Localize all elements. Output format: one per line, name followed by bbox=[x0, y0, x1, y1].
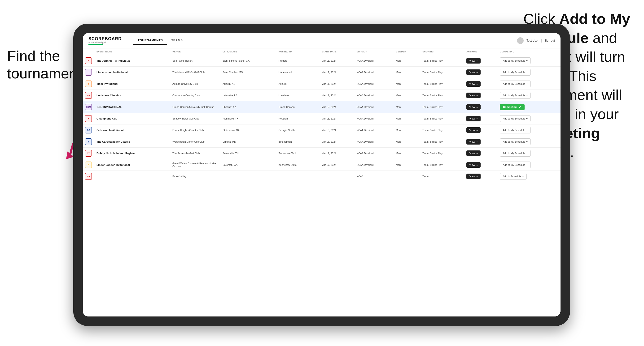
logo-accent-bar bbox=[88, 44, 103, 45]
event-name-cell bbox=[94, 171, 170, 182]
gender-cell: Men bbox=[394, 101, 420, 113]
city-cell: Lafayette, LA bbox=[220, 90, 276, 101]
add-to-schedule-label: Add to My Schedule bbox=[503, 71, 525, 74]
plus-icon: + bbox=[526, 59, 528, 62]
view-button[interactable]: View● bbox=[466, 127, 480, 133]
view-button[interactable]: View● bbox=[466, 173, 480, 179]
add-to-schedule-label: Add to My Schedule bbox=[503, 129, 525, 132]
hosted-cell: Georgia Southern bbox=[276, 125, 319, 136]
col-division: DIVISION bbox=[354, 48, 393, 55]
table-row: GCUGCU INVITATIONALGrand Canyon Universi… bbox=[83, 101, 560, 113]
division-cell: NCAA Division I bbox=[354, 101, 393, 113]
team-logo-cell: GCU bbox=[83, 101, 94, 113]
date-cell: Mar 11, 2024 bbox=[319, 78, 354, 90]
division-cell: NCAA Division I bbox=[354, 136, 393, 148]
scoring-cell: Team, Stroke Play bbox=[420, 148, 464, 159]
add-to-schedule-button[interactable]: Add to My Schedule+ bbox=[500, 92, 531, 99]
team-logo: BV bbox=[85, 173, 92, 180]
gender-cell: Men bbox=[394, 90, 420, 101]
hosted-cell: Lindenwood bbox=[276, 67, 319, 78]
add-to-schedule-label: Add to My Schedule bbox=[503, 82, 525, 85]
view-label: View bbox=[469, 117, 475, 120]
actions-cell: View● bbox=[464, 90, 497, 101]
scoring-cell: Team, Stroke Play bbox=[420, 159, 464, 171]
team-logo: K bbox=[85, 162, 92, 168]
team-logo-cell: LA bbox=[83, 90, 94, 101]
add-to-schedule-button[interactable]: Add to My Schedule+ bbox=[500, 127, 531, 134]
city-cell: Phoenix, AZ bbox=[220, 101, 276, 113]
actions-cell: View● bbox=[464, 78, 497, 90]
event-name-cell: The Carpetbagger Classic bbox=[94, 136, 170, 148]
scoring-cell: Team, Stroke Play bbox=[420, 113, 464, 125]
view-button[interactable]: View● bbox=[466, 139, 480, 145]
nav-tab-tournaments[interactable]: TOURNAMENTS bbox=[134, 37, 167, 45]
view-label: View bbox=[469, 71, 475, 74]
app-logo-sub: Powered by clippd bbox=[88, 41, 122, 44]
user-name: Test User bbox=[526, 39, 538, 42]
eye-icon: ● bbox=[476, 59, 478, 62]
col-event-name-label: EVENT NAME bbox=[94, 48, 170, 55]
eye-icon: ● bbox=[476, 94, 478, 97]
hosted-cell: Binghamton bbox=[276, 136, 319, 148]
add-to-schedule-button[interactable]: Add to My Schedule+ bbox=[500, 150, 531, 157]
venue-cell: Oakbourne Country Club bbox=[170, 90, 220, 101]
team-logo: T bbox=[85, 81, 92, 87]
view-button[interactable]: View● bbox=[466, 151, 480, 156]
view-button[interactable]: View● bbox=[466, 93, 480, 98]
view-button[interactable]: View● bbox=[466, 104, 480, 110]
add-to-schedule-button[interactable]: Add to My Schedule+ bbox=[500, 81, 531, 87]
view-button[interactable]: View● bbox=[466, 81, 480, 87]
view-label: View bbox=[469, 129, 475, 132]
col-competing: COMPETING bbox=[497, 48, 560, 55]
table-body: RThe Johnnie - O IndividualSea Palms Res… bbox=[83, 55, 560, 182]
competing-cell: Add to My Schedule+ bbox=[497, 90, 560, 101]
add-to-schedule-button[interactable]: Add to My Schedule+ bbox=[500, 162, 531, 168]
division-cell: NCAA bbox=[354, 171, 393, 182]
plus-icon: + bbox=[526, 71, 528, 74]
competing-button[interactable]: Competing✓ bbox=[500, 104, 524, 110]
venue-cell: Auburn University Club bbox=[170, 78, 220, 90]
team-logo: R bbox=[85, 57, 92, 64]
competing-cell: Add to My Schedule+ bbox=[497, 148, 560, 159]
view-label: View bbox=[469, 140, 475, 143]
view-button[interactable]: View● bbox=[466, 116, 480, 121]
date-cell: Mar 17, 2024 bbox=[319, 159, 354, 171]
add-to-schedule-button[interactable]: Add to My Schedule+ bbox=[500, 57, 531, 64]
nav-tab-teams[interactable]: TEAMS bbox=[167, 37, 187, 45]
hosted-cell: Kennesaw State bbox=[276, 159, 319, 171]
city-cell: Sevierville, TN bbox=[220, 148, 276, 159]
event-name-cell: Bobby Nichols Intercollegiate bbox=[94, 148, 170, 159]
col-hosted: HOSTED BY bbox=[276, 48, 319, 55]
table-row: LALouisiana ClassicsOakbourne Country Cl… bbox=[83, 90, 560, 101]
add-to-schedule-button[interactable]: Add to My Schedule+ bbox=[500, 138, 531, 145]
add-to-schedule-button[interactable]: Add to My Schedule+ bbox=[500, 69, 531, 76]
add-to-schedule-button[interactable]: Add to My Schedule+ bbox=[500, 115, 531, 122]
plus-icon: + bbox=[526, 140, 528, 143]
team-logo: TT bbox=[85, 150, 92, 157]
date-cell: Mar 16, 2024 bbox=[319, 136, 354, 148]
event-name-cell: Schenkel Invitational bbox=[94, 125, 170, 136]
plus-icon: + bbox=[526, 129, 528, 132]
view-button[interactable]: View● bbox=[466, 162, 480, 168]
competing-label: Competing bbox=[503, 106, 516, 108]
competing-cell: Add to My Schedule+ bbox=[497, 55, 560, 67]
eye-icon: ● bbox=[476, 71, 478, 74]
venue-cell: Great Waters Course At Reynolds Lake Oco… bbox=[170, 159, 220, 171]
table-row: TTiger InvitationalAuburn University Clu… bbox=[83, 78, 560, 90]
view-button[interactable]: View● bbox=[466, 58, 480, 63]
competing-cell: Competing✓ bbox=[497, 101, 560, 113]
view-button[interactable]: View● bbox=[466, 69, 480, 75]
add-to-schedule-button[interactable]: Add to Schedule+ bbox=[500, 173, 527, 180]
date-cell: Mar 17, 2024 bbox=[319, 148, 354, 159]
venue-cell: Brook Valley bbox=[170, 171, 220, 182]
app-header: SCOREBOARD Powered by clippd TOURNAMENTS… bbox=[83, 33, 560, 48]
hosted-cell: Auburn bbox=[276, 78, 319, 90]
main-nav: TOURNAMENTS TEAMS bbox=[134, 37, 187, 45]
date-cell: Mar 11, 2024 bbox=[319, 55, 354, 67]
venue-cell: The Missouri Bluffs Golf Club bbox=[170, 67, 220, 78]
actions-cell: View● bbox=[464, 125, 497, 136]
signout-link[interactable]: Sign out bbox=[544, 39, 555, 42]
col-scoring: SCORING bbox=[420, 48, 464, 55]
venue-cell: Grand Canyon University Golf Course bbox=[170, 101, 220, 113]
venue-cell: Forest Heights Country Club bbox=[170, 125, 220, 136]
